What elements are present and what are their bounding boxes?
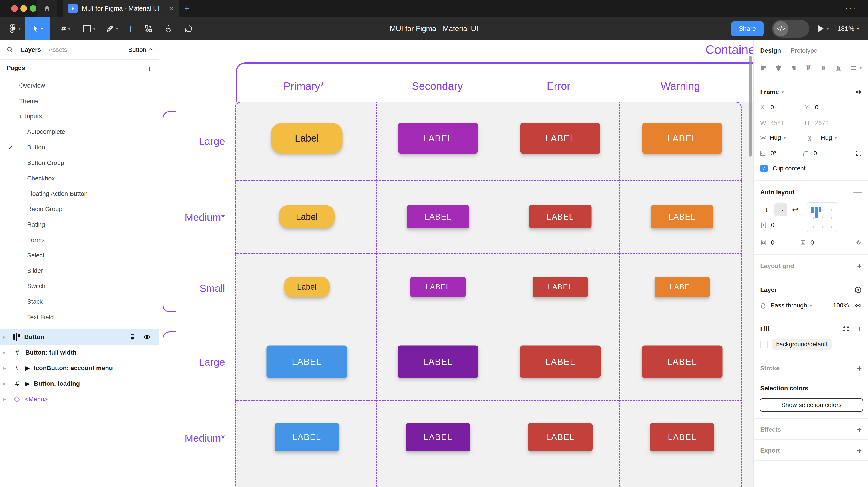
canvas-button-medium2-error[interactable]: LABEL (528, 423, 592, 451)
fill-section-header[interactable]: Fill (760, 325, 769, 332)
add-page-button[interactable]: + (147, 64, 152, 74)
remove-auto-layout-button[interactable]: — (853, 188, 862, 197)
auto-layout-more-button[interactable]: ··· (853, 206, 862, 213)
move-tool-button[interactable]: ▾ (25, 17, 50, 40)
page-item-radio-group[interactable]: Radio Group (0, 201, 158, 217)
unlock-icon[interactable] (130, 334, 135, 340)
column-header-warning[interactable]: Warning (661, 80, 700, 92)
page-item-inputs[interactable]: ↓Inputs (0, 109, 158, 124)
hand-tool-button[interactable] (159, 17, 178, 40)
page-item-button-group[interactable]: Button Group (0, 155, 158, 170)
blend-mode-select[interactable]: Pass through (770, 302, 807, 309)
page-item-slider[interactable]: Slider (0, 263, 158, 279)
layer-row-button[interactable]: ▸ Button (0, 329, 158, 345)
document-tab[interactable]: MUI for Figma - Material UI ✕ (63, 0, 179, 17)
alignment-widget[interactable] (807, 202, 837, 232)
titlebar-more-icon[interactable]: ··· (845, 3, 857, 13)
canvas-button-small-primary[interactable]: Label (284, 277, 330, 297)
layer-row-button-full-width[interactable]: ▸ # Button: full width (0, 345, 158, 360)
canvas-button-small-warning[interactable]: LABEL (655, 277, 710, 297)
page-selector[interactable]: Button ^ (128, 46, 152, 53)
page-item-overview[interactable]: Overview (0, 78, 158, 93)
corner-radius-input[interactable]: 0 (813, 150, 817, 157)
fill-token-chip[interactable]: background/default (772, 339, 832, 350)
tab-close-icon[interactable]: ✕ (168, 5, 174, 12)
present-button[interactable]: ▾ (818, 25, 829, 32)
canvas-button-medium-error[interactable]: LABEL (529, 205, 592, 228)
window-zoom-button[interactable] (30, 5, 36, 12)
comment-tool-button[interactable] (179, 17, 199, 40)
canvas-button-medium2-primary[interactable]: LABEL (275, 423, 339, 451)
page-item-stack[interactable]: Stack (0, 294, 158, 309)
canvas-button-small-secondary[interactable]: LABEL (410, 277, 466, 297)
canvas-vertical-scrollbar[interactable] (749, 56, 752, 157)
direction-down-button[interactable]: ↓ (760, 203, 773, 216)
tab-assets[interactable]: Assets (49, 46, 67, 53)
hug-horizontal-select[interactable]: Hug (770, 134, 781, 141)
opacity-input[interactable]: 100% (833, 302, 849, 309)
design-canvas[interactable]: Contained Primary* Secondary Error Warni… (159, 40, 753, 487)
canvas-button-medium-secondary[interactable]: LABEL (407, 205, 469, 228)
auto-layout-section-header[interactable]: Auto layout (760, 189, 795, 196)
window-minimize-button[interactable] (21, 5, 27, 12)
y-input[interactable]: 0 (815, 104, 818, 111)
add-export-button[interactable]: + (857, 446, 862, 455)
remove-fill-button[interactable]: — (853, 340, 862, 349)
align-top-icon[interactable] (805, 65, 812, 71)
layer-row-button-loading[interactable]: ▸ # ▶ Button: loading (0, 376, 158, 391)
page-item-forms[interactable]: Forms (0, 232, 158, 248)
layout-grid-section-header[interactable]: Layout grid (760, 263, 794, 270)
canvas-button-large-secondary[interactable]: LABEL (398, 123, 478, 154)
page-item-switch[interactable]: Switch (0, 279, 158, 294)
canvas-button-large2-secondary[interactable]: LABEL (398, 346, 478, 378)
main-menu-button[interactable]: ▾ (6, 17, 24, 40)
add-stroke-button[interactable]: + (857, 364, 862, 373)
fill-row[interactable]: background/default — (754, 338, 868, 351)
tab-layers[interactable]: Layers (21, 46, 41, 53)
page-item-button[interactable]: ✓Button (0, 140, 158, 155)
canvas-button-large2-warning[interactable]: LABEL (642, 346, 722, 378)
eye-icon[interactable] (144, 334, 151, 340)
frame-section-header[interactable]: Frame (760, 89, 779, 96)
layer-row-iconbutton-account-menu[interactable]: ▸ # ▶ IconButton: account menu (0, 360, 158, 376)
align-vertical-center-icon[interactable] (820, 65, 827, 71)
column-header-secondary[interactable]: Secondary (412, 80, 463, 92)
blend-mode-icon[interactable] (855, 286, 862, 293)
canvas-frame-title[interactable]: Contained (706, 42, 753, 57)
show-selection-colors-button[interactable]: Show selection colors (760, 398, 863, 412)
actions-tool-button[interactable] (140, 17, 157, 40)
dev-mode-toggle[interactable]: </> (772, 20, 809, 37)
pen-tool-button[interactable]: ▾ (100, 17, 124, 40)
canvas-button-medium-warning[interactable]: LABEL (651, 205, 713, 228)
add-fill-button[interactable]: + (857, 324, 862, 334)
x-input[interactable]: 0 (770, 104, 805, 111)
column-header-error[interactable]: Error (547, 80, 570, 92)
zoom-level-select[interactable]: 181% ▾ (837, 25, 859, 32)
align-left-icon[interactable] (760, 65, 767, 71)
share-button[interactable]: Share (731, 21, 764, 36)
canvas-button-small-error[interactable]: LABEL (533, 277, 588, 297)
clip-content-checkbox[interactable]: ✓ (760, 165, 768, 172)
canvas-button-medium-primary[interactable]: Label (279, 205, 335, 228)
horizontal-padding-input[interactable]: 0 (771, 239, 800, 246)
direction-wrap-button[interactable]: ↩ (788, 203, 802, 216)
fill-color-swatch[interactable] (760, 340, 768, 348)
tab-design[interactable]: Design (760, 47, 781, 54)
rotation-input[interactable]: 0° (770, 150, 803, 157)
window-close-button[interactable] (11, 5, 18, 12)
effects-section-header[interactable]: Effects (760, 426, 781, 433)
search-icon[interactable] (7, 46, 13, 53)
add-effect-button[interactable]: + (857, 425, 862, 434)
canvas-button-large-primary[interactable]: Label (271, 123, 343, 154)
page-item-theme[interactable]: Theme (0, 94, 158, 109)
page-item-text-field[interactable]: Text Field (0, 310, 158, 325)
page-item-checkbox[interactable]: Checkbox (0, 171, 158, 186)
hug-vertical-select[interactable]: Hug (820, 134, 832, 141)
export-section-header[interactable]: Export (760, 447, 780, 454)
height-input[interactable]: 2672 (815, 120, 829, 127)
align-right-icon[interactable] (790, 65, 797, 71)
canvas-button-medium2-secondary[interactable]: LABEL (406, 423, 470, 451)
individual-padding-icon[interactable] (855, 239, 862, 246)
column-header-primary[interactable]: Primary* (283, 80, 324, 92)
layer-visibility-eye-icon[interactable] (855, 302, 862, 309)
